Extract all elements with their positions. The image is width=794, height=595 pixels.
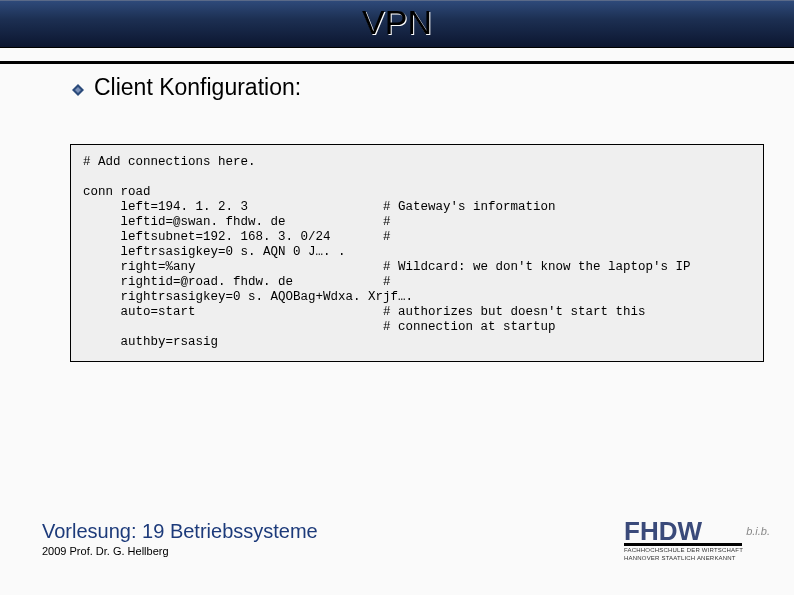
logo-sub1: FACHHOCHSCHULE DER WIRTSCHAFT [624, 547, 764, 554]
section-subtitle: Client Konfiguration: [94, 74, 301, 101]
logo-sub2: HANNOVER STAATLICH ANERKANNT [624, 555, 764, 562]
bullet-row: Client Konfiguration: [72, 74, 301, 101]
footer-title-number: 19 [142, 520, 164, 542]
footer-title-suffix: Betriebssysteme [164, 520, 317, 542]
footer-title-prefix: Vorlesung: [42, 520, 142, 542]
bib-label: b.i.b. [746, 525, 770, 537]
diamond-bullet-icon [72, 82, 84, 94]
footer-title: Vorlesung: 19 Betriebssysteme [42, 520, 318, 543]
logo-text: FHDW [624, 519, 764, 543]
horizontal-divider [0, 61, 794, 64]
config-code-block: # Add connections here. conn road left=1… [70, 144, 764, 362]
footer-sub: 2009 Prof. Dr. G. Hellberg [42, 545, 318, 557]
slide-title: VPN [0, 0, 794, 44]
footer: Vorlesung: 19 Betriebssysteme 2009 Prof.… [42, 520, 318, 557]
fhdw-logo: b.i.b. FHDW FACHHOCHSCHULE DER WIRTSCHAF… [624, 519, 764, 565]
